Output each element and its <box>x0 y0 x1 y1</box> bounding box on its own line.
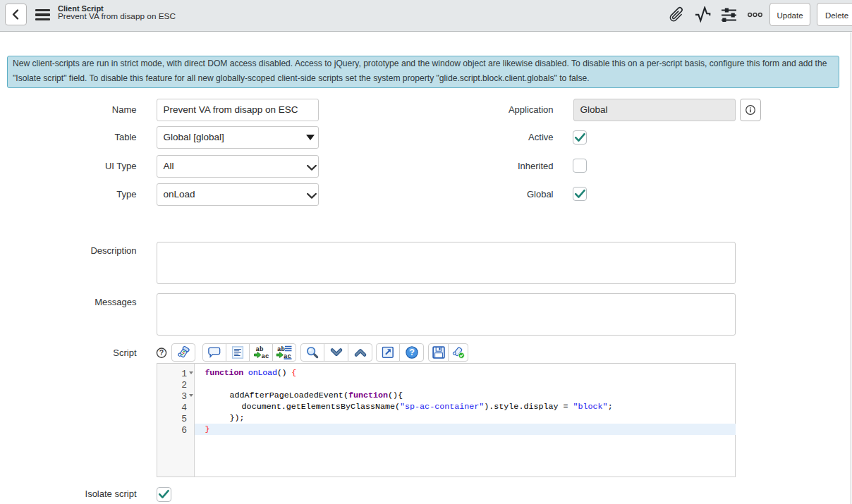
svg-text:?: ? <box>409 348 414 357</box>
svg-text:ab: ab <box>277 346 285 353</box>
svg-text:?: ? <box>159 348 164 357</box>
svg-text:ac: ac <box>262 353 269 360</box>
svg-text:ab: ab <box>256 346 264 353</box>
